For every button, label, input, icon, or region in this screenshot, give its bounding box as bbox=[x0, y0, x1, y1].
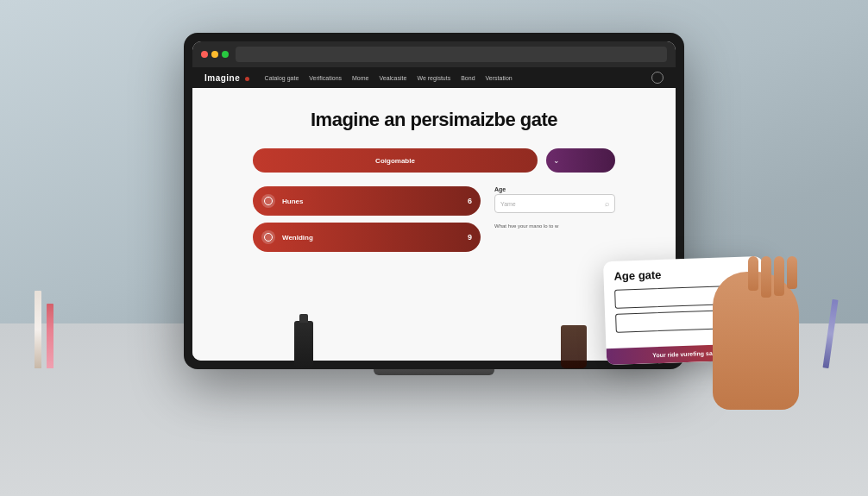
address-bar[interactable] bbox=[236, 47, 667, 62]
finger bbox=[761, 256, 771, 298]
browser-chrome bbox=[192, 41, 676, 67]
nav-link-bond[interactable]: Bond bbox=[461, 75, 475, 81]
maximize-button-icon[interactable] bbox=[222, 51, 229, 58]
customizable-dropdown[interactable]: Coigomable bbox=[253, 148, 538, 173]
item-name: Wenlding bbox=[282, 234, 461, 242]
item-count: 9 bbox=[468, 233, 472, 242]
nav-link-verifications[interactable]: Verifications bbox=[309, 75, 342, 81]
close-button-icon[interactable] bbox=[201, 51, 208, 58]
item-icon bbox=[261, 230, 275, 244]
nav-link-mome[interactable]: Mome bbox=[352, 75, 368, 81]
nav-bar: Imagine Catalog gate Verifications Mome … bbox=[192, 67, 676, 88]
nav-links: Catalog gate Verifications Mome Vealcasi… bbox=[265, 75, 636, 81]
nav-link-vealcasite[interactable]: Vealcasite bbox=[379, 75, 406, 81]
finger bbox=[787, 256, 797, 289]
finger bbox=[748, 256, 758, 291]
right-inputs: Age Yame ⌕ What hve your mano lo to w bbox=[494, 186, 615, 252]
minimize-button-icon[interactable] bbox=[211, 51, 218, 58]
browser-window: Imagine Catalog gate Verifications Mome … bbox=[192, 41, 676, 361]
item-count: 6 bbox=[468, 197, 472, 205]
nav-logo-dot bbox=[245, 77, 249, 81]
chevron-down-icon: ⌄ bbox=[553, 156, 560, 165]
select-dropdown[interactable]: ⌄ bbox=[546, 148, 615, 173]
age-placeholder: Yame bbox=[500, 201, 601, 207]
page-title: Imagine an persimaizbe gate bbox=[311, 109, 557, 131]
nav-logo: Imagine bbox=[204, 73, 249, 83]
item-list: Hunes 6 Wenlding 9 bbox=[253, 186, 481, 252]
dropdown-row: Coigomable ⌄ bbox=[253, 148, 615, 173]
list-item[interactable]: Hunes 6 bbox=[253, 186, 481, 216]
hand-area bbox=[626, 185, 816, 410]
dropdown-label: Coigomable bbox=[375, 157, 415, 165]
item-name: Hunes bbox=[282, 198, 461, 205]
age-input[interactable]: Yame ⌕ bbox=[494, 194, 615, 213]
list-item[interactable]: Wenlding 9 bbox=[253, 223, 481, 252]
age-input-group: Age Yame ⌕ bbox=[494, 186, 615, 213]
search-icon: ⌕ bbox=[605, 199, 609, 208]
item-icon bbox=[261, 194, 275, 208]
eye-icon bbox=[264, 197, 273, 205]
traffic-lights bbox=[201, 51, 229, 58]
nav-link-registuts[interactable]: We registuts bbox=[417, 75, 450, 81]
finger bbox=[774, 256, 784, 296]
nav-link-verstation[interactable]: Verstation bbox=[486, 75, 513, 81]
age-label: Age bbox=[494, 186, 615, 192]
items-area: Hunes 6 Wenlding 9 bbox=[253, 186, 615, 252]
search-icon[interactable] bbox=[651, 72, 664, 84]
page-content: Imagine an persimaizbe gate Coigomable ⌄ bbox=[192, 88, 676, 361]
hand-fingers bbox=[748, 256, 797, 298]
scene: Imagine Catalog gate Verifications Mome … bbox=[0, 0, 868, 496]
eye-icon bbox=[264, 233, 273, 242]
nav-link-catalog[interactable]: Catalog gate bbox=[265, 75, 299, 81]
hint-text: What hve your mano lo to w bbox=[494, 223, 615, 229]
